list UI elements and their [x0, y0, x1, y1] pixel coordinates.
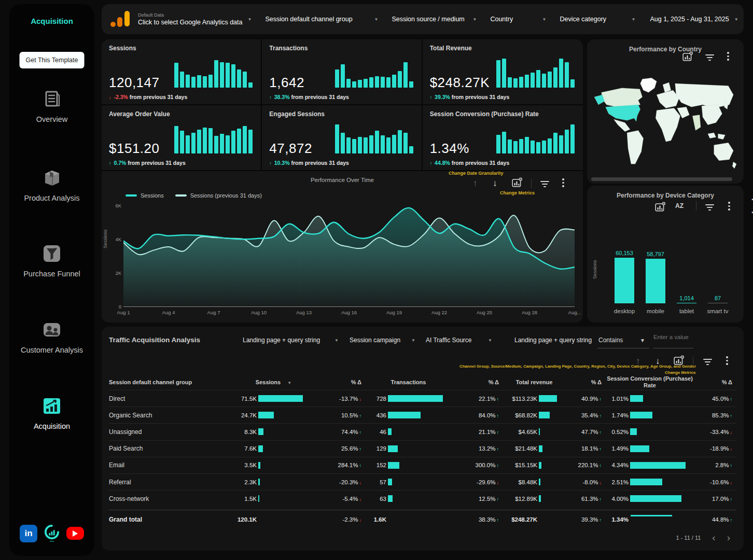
card-title: Performance by Device Category — [587, 192, 744, 199]
sidebar-item-overview[interactable]: Overview — [9, 87, 94, 123]
brand-logo-caption: clara — [50, 540, 54, 542]
metric-value: $68.82K — [503, 412, 537, 418]
data-source-label: Default Data — [138, 12, 243, 18]
spark-bar — [409, 146, 413, 153]
table-row[interactable]: Unassigned8.3K74.4%↑4621.1%↑$4.65K47.7%↑… — [109, 423, 736, 440]
column-header-5[interactable]: Total revenue — [503, 379, 565, 386]
dimension-dropdown-session-campaign[interactable]: Session campaign — [350, 337, 400, 344]
chevron-down-icon: ▼ — [734, 17, 738, 22]
chart-options-icon[interactable] — [511, 177, 523, 190]
more-options-icon[interactable] — [728, 202, 730, 211]
dimension-dropdown-ai-traffic-source[interactable]: AI Traffic Source — [426, 337, 471, 344]
column-header-6[interactable]: % Δ — [565, 379, 606, 386]
drill-down-icon[interactable]: ↓ — [493, 179, 497, 188]
spark-bar — [536, 142, 540, 153]
spark-bar — [513, 78, 518, 88]
device-bar-mobile[interactable]: 58,797 — [640, 251, 671, 303]
prev-page-icon[interactable]: ‹ — [712, 533, 715, 542]
legend-label: Sessions (previous 31 days) — [190, 192, 262, 199]
column-header-channel[interactable]: Session default channel group — [109, 379, 231, 386]
metric-value: 436 — [366, 412, 386, 418]
table-row[interactable]: Email3.5K284.1%↑152300.0%↑$15.15K220.1%↑… — [109, 457, 736, 473]
world-map[interactable] — [591, 76, 740, 176]
table-row[interactable]: Direct71.5K-13.7%↓72822.1%↑$113.23K40.9%… — [109, 390, 736, 407]
filter-chip-device-category[interactable]: Device category▼ — [560, 16, 635, 23]
more-options-icon[interactable] — [562, 178, 564, 187]
delta-cell-sessions: -20.3%↓ — [316, 479, 366, 485]
column-header-8[interactable]: % Δ — [694, 379, 736, 386]
column-header-7[interactable]: Session Conversion (Purchase) Rate — [606, 375, 694, 388]
kpi-sparkline — [335, 123, 413, 153]
spark-bar — [197, 130, 201, 153]
drill-up-icon[interactable]: ↑ — [473, 179, 478, 188]
dimension-dropdown-landing-page[interactable]: Landing page + query string — [243, 337, 320, 344]
drill-up-icon[interactable]: ↑ — [636, 357, 640, 366]
chart-options-icon[interactable] — [682, 51, 693, 64]
table-row[interactable]: Paid Search7.6K25.6%↑12913.2%↑$21.48K18.… — [109, 440, 736, 457]
brand-logo-icon[interactable]: clara — [43, 525, 61, 542]
map-scrollbar[interactable] — [591, 177, 732, 181]
data-source-selector[interactable]: Default Data Click to select Google Anal… — [138, 12, 243, 26]
filter-icon[interactable] — [705, 54, 714, 61]
filter-chip-session-source-medium[interactable]: Session source / medium▼ — [392, 16, 477, 23]
drill-down-icon[interactable]: ↓ — [656, 357, 660, 366]
metric-cell-sessions: 3.5K — [231, 462, 316, 469]
x-tick-label: Aug 16 — [341, 310, 357, 315]
device-bar-tablet[interactable]: 1,014 — [671, 295, 702, 303]
filter-topbar: Default Data Click to select Google Anal… — [102, 4, 744, 34]
kpi-sparkline — [174, 58, 253, 88]
down-arrow-icon: ↓ — [359, 397, 362, 402]
chart-options-icon[interactable] — [654, 201, 666, 215]
column-header-3[interactable]: Transactions — [366, 379, 451, 386]
spark-bar — [248, 130, 253, 153]
delta-cell-revenue: 39.3%↑ — [565, 516, 606, 523]
next-page-icon[interactable]: › — [727, 533, 730, 542]
spark-bar — [203, 76, 207, 88]
device-bar-smart-tv[interactable]: 87 — [702, 295, 733, 303]
youtube-icon[interactable] — [66, 525, 84, 542]
metric-value: $248.27K — [503, 516, 537, 523]
linkedin-icon[interactable]: in — [20, 525, 37, 542]
up-arrow-icon: ↑ — [269, 95, 272, 100]
more-options-icon[interactable] — [726, 356, 728, 365]
table-row[interactable]: Referral2.3K-20.3%↓57-29.6%↓$8.48K-8.0%↓… — [109, 473, 736, 490]
filter-value-input[interactable] — [653, 334, 694, 340]
down-arrow-icon: ↓ — [497, 480, 499, 485]
spark-bar — [174, 126, 178, 153]
table-row[interactable]: Cross-network1.5K-5.4%↓6312.5%↑$12.89K61… — [109, 490, 736, 507]
column-header-4[interactable]: % Δ — [451, 379, 503, 386]
sidebar-item-acquisition[interactable]: Acquisition — [9, 394, 94, 430]
metric-cell-conversion: 1.74% — [606, 412, 694, 418]
chart-options-icon[interactable] — [673, 355, 685, 368]
filter-chip-label: Country — [490, 16, 513, 23]
device-bar-desktop[interactable]: 60,153 — [609, 250, 640, 303]
line-chart-plot[interactable] — [123, 205, 575, 307]
metric-bar — [539, 479, 540, 485]
spark-bar — [398, 71, 402, 88]
sidebar-item-product-analysis[interactable]: Product Analysis — [9, 166, 94, 202]
more-options-icon[interactable] — [727, 52, 729, 61]
kpi-value: 1.34% — [430, 141, 469, 157]
filter-icon[interactable] — [705, 204, 714, 211]
filter-chip-session-default-channel-group[interactable]: Session default channel group▼ — [265, 16, 378, 23]
sidebar-item-purchase-funnel[interactable]: Purchase Funnel — [9, 242, 94, 278]
x-tick-label: Aug... — [568, 310, 581, 315]
get-template-button[interactable]: Get This Template — [20, 52, 85, 68]
filter-icon[interactable] — [540, 181, 549, 187]
spark-bar — [243, 72, 247, 88]
spark-bar — [502, 59, 506, 88]
filter-icon[interactable] — [703, 359, 712, 365]
down-arrow-icon: ↓ — [599, 480, 602, 485]
filter-operator-dropdown[interactable]: Contains — [598, 337, 623, 344]
table-row[interactable]: Organic Search24.7K10.5%↑43684.0%↑$68.82… — [109, 407, 736, 423]
spark-bar — [358, 80, 362, 88]
x-tick-label: Aug 7 — [207, 310, 220, 315]
spark-bar — [553, 67, 557, 88]
date-range-control[interactable]: Aug 1, 2025 - Aug 31, 2025 ▼ — [650, 16, 738, 23]
column-header-1[interactable]: Sessions ▼ — [231, 379, 316, 386]
sidebar-item-customer-analysis[interactable]: Customer Analysis — [9, 318, 94, 354]
column-header-2[interactable]: % Δ — [316, 379, 366, 386]
spark-bar — [341, 133, 345, 153]
filter-chip-country[interactable]: Country▼ — [490, 16, 546, 23]
spark-bar — [525, 137, 529, 153]
